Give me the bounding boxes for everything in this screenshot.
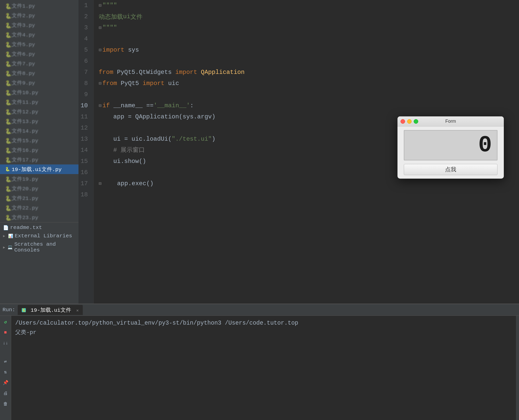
ln-5: 5 bbox=[78, 45, 90, 56]
code-line-4[interactable] bbox=[94, 33, 519, 45]
sidebar-item-21[interactable]: 🐍 文件21.py bbox=[0, 193, 78, 203]
clear-button[interactable]: 🗑 bbox=[2, 400, 10, 408]
code-line-6[interactable] bbox=[94, 56, 519, 67]
sidebar-item-1[interactable]: 🐍 文件1.py bbox=[0, 1, 78, 11]
sidebar-item-3[interactable]: 🐍 文件3.py bbox=[0, 20, 78, 30]
token-8-2: PyQt5 bbox=[117, 78, 143, 89]
scratches-label: Scratches and Consoles bbox=[14, 241, 76, 253]
token-10-3: '__main__' bbox=[153, 100, 190, 111]
tab-close-icon[interactable]: ✕ bbox=[76, 308, 79, 313]
code-line-10[interactable]: ⊟ if __name__ == '__main__' : bbox=[94, 100, 519, 111]
sidebar-item-active[interactable]: 🐍 19-加载.ui文件.py bbox=[0, 164, 78, 174]
sidebar-item-4[interactable]: 🐍 文件4.py bbox=[0, 30, 78, 39]
code-line-17[interactable]: ⊟ app.exec() bbox=[94, 178, 519, 189]
sidebar-item-20[interactable]: 🐍 文件20.py bbox=[0, 184, 78, 193]
scratches-icon: 💻 bbox=[8, 245, 13, 250]
wrap-button[interactable]: ⇌ bbox=[2, 357, 10, 365]
console-line-1: /Users/calculator.top/python_virtual_env… bbox=[15, 318, 512, 328]
sidebar-item-9[interactable]: 🐍 文件9.py bbox=[0, 78, 78, 88]
sidebar-item-11[interactable]: 🐍 文件11.py bbox=[0, 97, 78, 107]
sidebar-item-17[interactable]: 🐍 文件17.py bbox=[0, 155, 78, 164]
code-line-5[interactable]: ⊟ import sys bbox=[94, 45, 519, 56]
sidebar-item-5[interactable]: 🐍 文件5.py bbox=[0, 39, 78, 49]
ln-1: 1 bbox=[78, 0, 90, 11]
token-13-2: "./test.ui" bbox=[172, 134, 212, 145]
scrollbar-gutter bbox=[516, 316, 519, 420]
click-button[interactable]: 点我 bbox=[404, 164, 497, 175]
minimize-button[interactable] bbox=[407, 119, 412, 124]
code-line-7[interactable]: from PyQt5.QtWidgets import QApplication bbox=[94, 67, 519, 78]
ln-2: 2 bbox=[78, 11, 90, 22]
ln-16: 16 bbox=[78, 167, 90, 178]
fold-marker-3: ⊟ bbox=[99, 22, 102, 33]
ln-12: 12 bbox=[78, 122, 90, 134]
py-icon-6: 🐍 bbox=[5, 51, 10, 56]
code-line-18[interactable] bbox=[94, 189, 519, 200]
tab-file-icon: 🐍 bbox=[22, 308, 26, 312]
traffic-lights bbox=[401, 119, 418, 124]
sidebar-item-readme[interactable]: 📄 readme.txt bbox=[0, 223, 78, 232]
code-line-2[interactable]: 动态加载ui文件 bbox=[94, 11, 519, 22]
rerun-button[interactable]: ↺ bbox=[2, 318, 10, 326]
token-15-1: ui.show() bbox=[99, 156, 146, 167]
print-button[interactable]: 🖨 bbox=[2, 389, 10, 397]
token-3-1: """" bbox=[103, 22, 117, 33]
sidebar-bottom: 📄 readme.txt ▶ 📊 External Libraries ▶ 💻 … bbox=[0, 222, 78, 254]
sidebar-item-8[interactable]: 🐍 文件8.py bbox=[0, 68, 78, 78]
token-1-1: """" bbox=[103, 0, 117, 11]
ext-lib-label: External Libraries bbox=[15, 233, 72, 239]
py-icon-22: 🐍 bbox=[5, 205, 10, 210]
stop-button[interactable]: ■ bbox=[2, 328, 10, 337]
sidebar-item-external-libraries[interactable]: ▶ 📊 External Libraries bbox=[0, 232, 78, 240]
sidebar-item-23[interactable]: 🐍 文件23.py bbox=[0, 213, 78, 222]
token-5-1: import bbox=[103, 45, 124, 56]
pin-button[interactable]: 📌 bbox=[2, 379, 10, 387]
sidebar-item-2[interactable]: 🐍 文件2.py bbox=[0, 11, 78, 20]
sidebar-item-13[interactable]: 🐍 文件13.py bbox=[0, 116, 78, 126]
py-icon-8: 🐍 bbox=[5, 71, 10, 76]
code-line-1[interactable]: ⊟ """" bbox=[94, 0, 519, 11]
sidebar-item-15[interactable]: 🐍 文件15.py bbox=[0, 136, 78, 145]
py-icon-4: 🐍 bbox=[5, 32, 10, 37]
py-icon-11: 🐍 bbox=[5, 99, 10, 104]
token-14-1: # 展示窗口 bbox=[99, 145, 145, 156]
py-icon-15: 🐍 bbox=[5, 138, 10, 143]
active-file-icon: 🐍 bbox=[5, 167, 10, 172]
ln-3: 3 bbox=[78, 22, 90, 33]
maximize-button[interactable] bbox=[414, 119, 418, 124]
code-line-8[interactable]: ⊟ from PyQt5 import uic bbox=[94, 78, 519, 89]
token-2-1: 动态加载 bbox=[99, 11, 123, 22]
ln-4: 4 bbox=[78, 33, 90, 45]
sidebar-item-7[interactable]: 🐍 文件7.py bbox=[0, 59, 78, 68]
console-line-2: 父类-pr bbox=[15, 328, 512, 338]
token-10-2: __name__ == bbox=[110, 100, 154, 111]
sidebar-item-12[interactable]: 🐍 文件12.py bbox=[0, 107, 78, 116]
sidebar-item-22[interactable]: 🐍 文件22.py bbox=[0, 203, 78, 213]
py-icon-2: 🐍 bbox=[5, 13, 10, 18]
sidebar-item-16[interactable]: 🐍 文件16.py bbox=[0, 145, 78, 155]
sidebar: 🐍 文件1.py 🐍 文件2.py 🐍 文件3.py 🐍 文件4.py 🐍 文件… bbox=[0, 0, 78, 304]
code-line-9[interactable] bbox=[94, 89, 519, 100]
sidebar-item-10[interactable]: 🐍 文件10.py bbox=[0, 88, 78, 97]
scroll-console-button[interactable]: ↓↓ bbox=[2, 339, 10, 347]
sidebar-item-19[interactable]: 🐍 文件19.py bbox=[0, 174, 78, 184]
bottom-tabs: Run: 🐍 19-加载.ui文件 ✕ bbox=[0, 304, 519, 316]
py-icon-23: 🐍 bbox=[5, 215, 10, 220]
sort-button[interactable]: ⇅ bbox=[2, 368, 10, 376]
py-icon-10: 🐍 bbox=[5, 90, 10, 95]
fold-marker-17: ⊟ bbox=[99, 178, 102, 189]
tab-file-label: 19-加载.ui文件 bbox=[31, 307, 71, 313]
form-title: Form bbox=[445, 119, 456, 124]
code-line-3[interactable]: ⊟ """" bbox=[94, 22, 519, 33]
sidebar-item-6[interactable]: 🐍 文件6.py bbox=[0, 49, 78, 59]
sidebar-item-14[interactable]: 🐍 文件14.py bbox=[0, 126, 78, 136]
ln-9: 9 bbox=[78, 89, 90, 100]
token-8-1: from bbox=[103, 78, 117, 89]
scratches-triangle-icon: ▶ bbox=[3, 245, 6, 249]
close-button[interactable] bbox=[401, 119, 405, 124]
fold-marker-10: ⊟ bbox=[99, 100, 102, 111]
ln-13: 13 bbox=[78, 134, 90, 145]
sidebar-item-scratches[interactable]: ▶ 💻 Scratches and Consoles bbox=[0, 240, 78, 254]
tab-run-file[interactable]: 🐍 19-加载.ui文件 ✕ bbox=[18, 305, 83, 315]
console-output[interactable]: /Users/calculator.top/python_virtual_env… bbox=[11, 316, 516, 420]
